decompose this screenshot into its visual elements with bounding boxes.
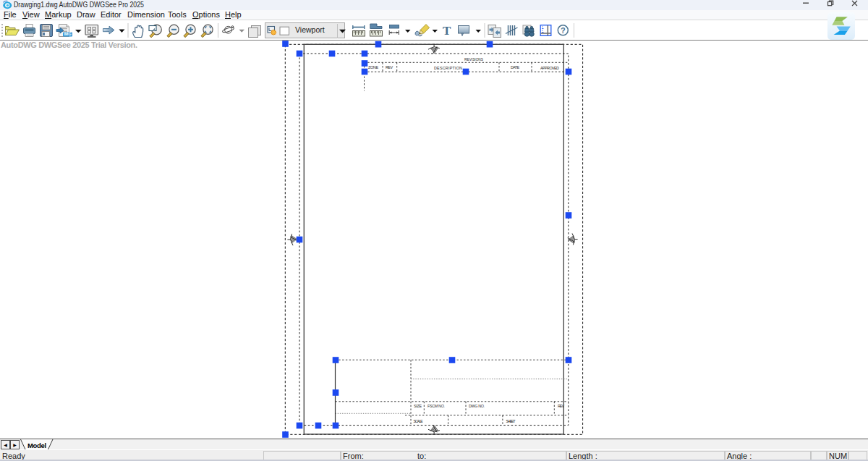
svg-text:Viewport: Viewport xyxy=(295,25,325,34)
svg-text:T: T xyxy=(443,24,451,38)
svg-text:IMG: IMG xyxy=(64,32,71,36)
svg-text:?: ? xyxy=(561,26,566,35)
